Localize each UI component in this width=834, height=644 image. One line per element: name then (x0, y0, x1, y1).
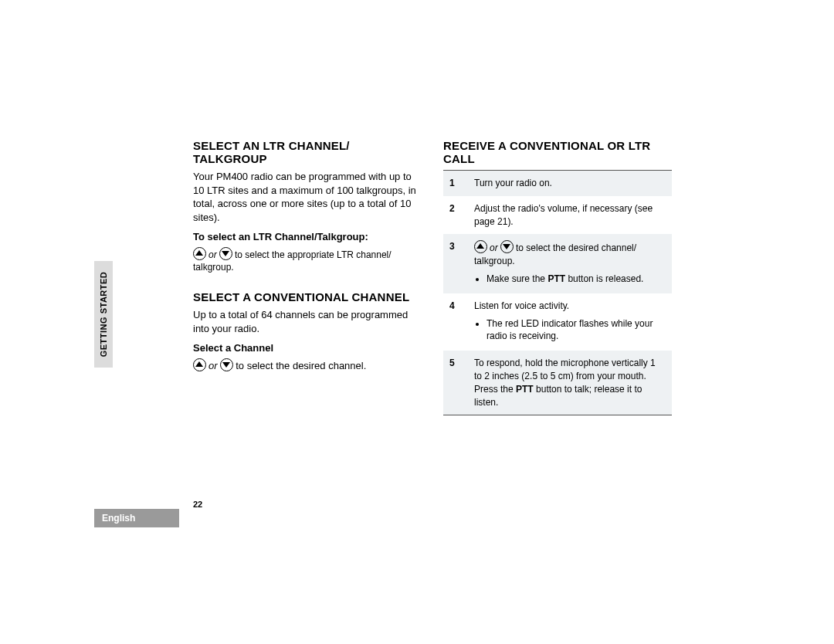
step-num: 5 (443, 351, 468, 415)
section-tab-label: Getting Started (99, 272, 108, 358)
table-row: 4 Listen for voice activity. The red LED… (443, 293, 672, 351)
step-line2-pre: Press the (474, 384, 516, 395)
heading-receive: RECEIVE A CONVENTIONAL OR LTR CALL (443, 139, 672, 165)
language-tab: English (94, 509, 179, 527)
steps-table: 1 Turn your radio on. 2 Adjust the radio… (443, 170, 672, 415)
down-arrow-icon (500, 240, 514, 253)
step-num: 2 (443, 196, 468, 235)
step-bullets: Make sure the PTT button is released. (474, 273, 666, 286)
up-arrow-icon (193, 247, 206, 260)
step-text: Listen for voice activity. (474, 300, 569, 311)
section-tab: Getting Started (94, 261, 113, 368)
step-cell: or to select the desired channel/ talkgr… (468, 234, 672, 293)
conv-instruction: or to select the desired channel. (193, 358, 422, 373)
step-num: 1 (443, 171, 468, 196)
step-cell: To respond, hold the microphone vertical… (468, 351, 672, 415)
heading-ltr: SELECT AN LTR CHANNEL/ TALKGROUP (193, 139, 422, 165)
page-content: SELECT AN LTR CHANNEL/ TALKGROUP Your PM… (193, 139, 672, 415)
heading-conv: SELECT A CONVENTIONAL CHANNEL (193, 290, 422, 303)
ltr-paragraph: Your PM400 radio can be programmed with … (193, 170, 422, 224)
or-text: or (490, 242, 498, 253)
step-cell: Listen for voice activity. The red LED i… (468, 293, 672, 351)
table-row: 5 To respond, hold the microphone vertic… (443, 351, 672, 415)
ltr-instruction: or to select the appropriate LTR channel… (193, 247, 422, 273)
language-label: English (102, 513, 135, 524)
conv-paragraph: Up to a total of 64 channels can be prog… (193, 308, 422, 335)
table-row: 1 Turn your radio on. (443, 171, 672, 196)
step-num: 4 (443, 293, 468, 351)
table-row: 3 or to select the desired channel/ talk… (443, 234, 672, 293)
step-text: to select the desired channel/ talkgroup… (474, 242, 636, 266)
table-row: 2 Adjust the radio's volume, if necessar… (443, 196, 672, 235)
step-line1: To respond, hold the microphone vertical… (474, 358, 656, 381)
conv-instr-text: to select the desired channel. (236, 360, 366, 371)
list-item: The red LED indicator flashes while your… (486, 317, 666, 344)
conv-subhead: Select a Channel (193, 341, 422, 355)
down-arrow-icon (220, 358, 233, 371)
page-number: 22 (193, 500, 202, 509)
step-line2-bold: PTT (516, 384, 534, 395)
left-column: SELECT AN LTR CHANNEL/ TALKGROUP Your PM… (193, 139, 422, 415)
up-arrow-icon (474, 240, 487, 253)
ltr-subhead: To select an LTR Channel/Talkgroup: (193, 230, 422, 244)
up-arrow-icon (193, 358, 206, 371)
step-bullets: The red LED indicator flashes while your… (474, 317, 666, 344)
step-num: 3 (443, 234, 468, 293)
list-item: Make sure the PTT button is released. (486, 273, 666, 286)
step-text: Adjust the radio's volume, if necessary … (468, 196, 672, 235)
right-column: RECEIVE A CONVENTIONAL OR LTR CALL 1 Tur… (443, 139, 672, 415)
or-text: or (208, 249, 217, 260)
step-text: Turn your radio on. (468, 171, 672, 196)
or-text: or (208, 360, 218, 371)
down-arrow-icon (219, 247, 232, 260)
